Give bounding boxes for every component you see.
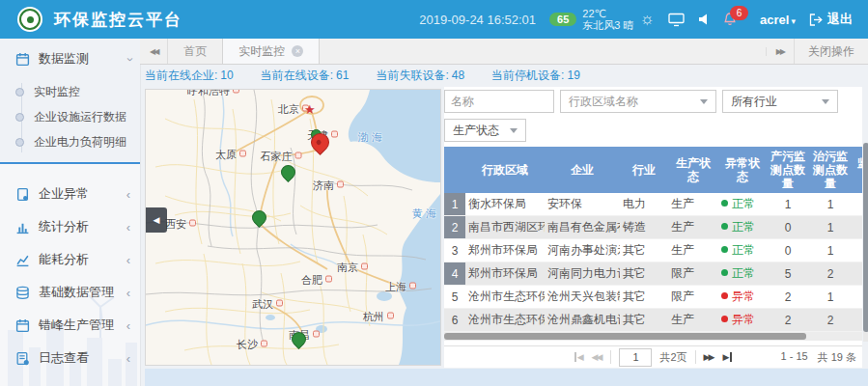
- map-city-label: 长沙: [237, 338, 267, 352]
- chevron-left-icon: [126, 254, 130, 266]
- column-header[interactable]: 行业: [620, 147, 668, 193]
- tab-home[interactable]: 首页: [168, 39, 222, 64]
- notification-bell-icon[interactable]: 6: [723, 13, 737, 27]
- page-number-input[interactable]: [619, 348, 652, 367]
- tabs-scroll-right-icon[interactable]: ▶▶: [766, 47, 794, 56]
- table-row[interactable]: 1衡水环保局安环保电力生产 正常 110: [444, 193, 862, 216]
- sidebar-group-log-view[interactable]: 日志查看: [0, 342, 140, 374]
- bullet-icon: [15, 113, 24, 122]
- monitor-icon[interactable]: [668, 13, 685, 27]
- sidebar-group-enterprise-abnormal[interactable]: 企业异常: [0, 178, 140, 210]
- column-header[interactable]: 产污监测点数量: [767, 147, 809, 193]
- tab-bar: ◀◀ 首页 实时监控 × ▶▶ 关闭操作: [140, 39, 868, 65]
- industry-select[interactable]: 所有行业: [722, 90, 838, 113]
- sidebar-group-label: 日志查看: [39, 349, 89, 367]
- sidebar-group-staggered-production[interactable]: 错峰生产管理: [0, 309, 140, 342]
- datetime: 2019-09-24 16:52:01: [419, 13, 536, 27]
- row-range-label: 1 - 15: [781, 350, 808, 365]
- chevron-down-icon: ▾: [791, 16, 796, 26]
- sidebar-item-power-detail[interactable]: 企业电力负荷明细: [0, 129, 140, 154]
- chevron-left-icon: [126, 319, 130, 332]
- sidebar-group-statistics[interactable]: 统计分析: [0, 210, 140, 243]
- sidebar-group-label: 基础数据管理: [39, 284, 114, 301]
- tablet-icon: [15, 187, 30, 202]
- map-collapse-button[interactable]: [146, 207, 167, 233]
- horizontal-scrollbar[interactable]: [444, 332, 862, 341]
- table-header-row: 行政区域 企业 行业 生产状态 异常状态 产污监测点数量 治污监测点数量 监测点…: [444, 147, 862, 193]
- next-page-icon[interactable]: ▶▶: [704, 352, 715, 362]
- column-header[interactable]: 治污监测点数量: [809, 147, 852, 193]
- notification-count-badge[interactable]: 6: [730, 6, 748, 20]
- calendar-icon: [15, 318, 30, 333]
- last-page-icon[interactable]: ▶: [722, 352, 732, 362]
- log-icon: [15, 351, 30, 366]
- map-marker-red-star[interactable]: [304, 100, 316, 118]
- sidebar-group-energy-analysis[interactable]: 能耗分析: [0, 243, 140, 276]
- first-page-icon[interactable]: ◀: [574, 352, 584, 362]
- pagination-bar: ◀ ◀◀ 共2页 ▶▶ ▶ 1 - 15 共 19 条: [444, 345, 862, 368]
- status-text: 正常: [732, 243, 755, 257]
- sidebar-group-data-monitoring[interactable]: 数据监测: [0, 42, 140, 75]
- sidebar-item-realtime-monitor[interactable]: 实时监控: [0, 79, 140, 104]
- map-city-label: 济南: [313, 179, 344, 193]
- status-dot: [721, 269, 728, 276]
- total-pages-label: 共2页: [659, 350, 686, 365]
- prev-page-icon[interactable]: ◀◀: [592, 352, 603, 362]
- sidebar: 数据监测 实时监控 企业设施运行数据 企业电力负荷明细 企业异常 统计分析 能耗…: [0, 39, 141, 386]
- map-sea-label: 渤海: [358, 130, 385, 145]
- wind-weather: 东北风3 晴: [582, 19, 633, 31]
- logout-button[interactable]: 退出: [809, 11, 853, 28]
- map-marker-green-pin[interactable]: [278, 162, 298, 182]
- calendar-icon: [15, 52, 30, 67]
- tab-realtime-monitor[interactable]: 实时监控 ×: [222, 39, 320, 64]
- column-header[interactable]: 监测点运行: [852, 147, 862, 193]
- name-search-input[interactable]: [444, 90, 554, 113]
- table-row[interactable]: 4郑州市环保局河南同力电力设计其它限产 正常 525: [444, 262, 862, 286]
- column-header[interactable]: 生产状态: [668, 147, 718, 193]
- sidebar-submenu: 实时监控 企业设施运行数据 企业电力负荷明细: [0, 75, 140, 162]
- column-header[interactable]: 企业: [545, 147, 620, 193]
- sidebar-item-facility-data[interactable]: 企业设施运行数据: [0, 104, 140, 129]
- status-dot: [721, 200, 728, 207]
- chevron-left-icon: [126, 352, 130, 365]
- app-root: 环保监控云平台 2019-09-24 16:52:01 65 22℃ 东北风3 …: [0, 0, 868, 386]
- table-row[interactable]: 2南昌市西湖区环保南昌有色金属有限铸造生产 正常 010: [444, 216, 862, 239]
- tab-label: 首页: [183, 43, 207, 60]
- chevron-down-icon: [126, 53, 130, 66]
- sidebar-group-label: 能耗分析: [39, 251, 89, 268]
- user-menu[interactable]: acrel▾: [760, 13, 796, 27]
- sidebar-group-label: 企业异常: [39, 185, 89, 203]
- weather-widget: 65 22℃ 东北风3 晴 ☼: [549, 8, 655, 31]
- chevron-down-icon: [822, 99, 829, 104]
- region-select[interactable]: 行政区域名称: [560, 90, 716, 113]
- map-marker-green-pin[interactable]: [249, 207, 269, 228]
- horizontal-scrollbar-thumb[interactable]: [444, 333, 806, 340]
- database-icon: [15, 286, 30, 300]
- sidebar-divider: [0, 162, 140, 164]
- top-header: 环保监控云平台 2019-09-24 16:52:01 65 22℃ 东北风3 …: [0, 0, 868, 39]
- chevron-left-icon: [126, 287, 130, 299]
- tab-close-icon[interactable]: ×: [292, 45, 303, 57]
- pagination-separator: [610, 350, 611, 364]
- map-city-label: 西安: [165, 217, 196, 232]
- tabs-scroll-left-icon[interactable]: ◀◀: [140, 39, 168, 64]
- table-row[interactable]: 6沧州市生态环保局沧州鼎鑫机电设备其它生产 异常 224: [444, 309, 862, 332]
- table-row[interactable]: 5沧州市生态环保局沧州天兴包装制品其它限产 异常 213: [444, 286, 862, 309]
- table-row[interactable]: 3郑州市环保局河南办事处演示其它生产 正常 010: [444, 239, 862, 262]
- column-header[interactable]: 异常状态: [718, 147, 767, 193]
- vertical-scrollbar[interactable]: [863, 143, 868, 342]
- map-canvas[interactable]: 呼和浩特北京天津太原石家庄济南西安南京合肥上海武汉杭州长沙南昌渤海黄海: [145, 89, 441, 366]
- vertical-scrollbar-thumb[interactable]: [863, 143, 868, 332]
- speaker-icon[interactable]: [698, 14, 710, 25]
- column-header[interactable]: 行政区域: [465, 147, 545, 193]
- line-chart-icon: [15, 253, 30, 267]
- enterprise-table-wrap: 行政区域 企业 行业 生产状态 异常状态 产污监测点数量 治污监测点数量 监测点…: [444, 147, 862, 340]
- bullet-icon: [15, 138, 24, 147]
- production-status-select[interactable]: 生产状态: [444, 119, 526, 142]
- sidebar-group-basic-data[interactable]: 基础数据管理: [0, 276, 140, 309]
- close-operations-menu[interactable]: 关闭操作: [794, 39, 868, 64]
- enterprise-table: 行政区域 企业 行业 生产状态 异常状态 产污监测点数量 治污监测点数量 监测点…: [444, 147, 862, 340]
- total-rows-label: 共 19 条: [818, 350, 856, 365]
- bullet-icon: [15, 88, 24, 96]
- chevron-left-icon: [126, 221, 130, 234]
